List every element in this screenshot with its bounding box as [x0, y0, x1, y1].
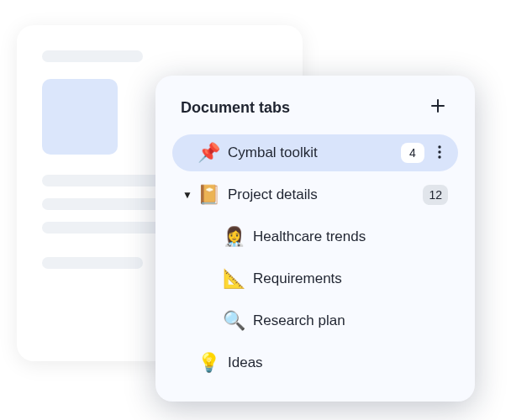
tab-label: Ideas	[228, 354, 448, 371]
tab-research-plan[interactable]: 🔍 Research plan	[172, 302, 458, 339]
doc-text-line	[42, 257, 143, 269]
doc-text-line	[42, 222, 168, 234]
tab-label: Healthcare trends	[253, 228, 448, 245]
magnifier-icon: 🔍	[221, 310, 246, 332]
collapse-caret-icon[interactable]: ▼	[179, 189, 196, 201]
subtab-count-badge: 4	[401, 143, 424, 163]
svg-point-1	[438, 150, 440, 153]
tab-label: Requirements	[253, 270, 448, 287]
svg-point-2	[438, 155, 440, 158]
panel-title: Document tabs	[181, 99, 290, 117]
lightbulb-icon: 💡	[196, 352, 221, 374]
health-worker-icon: 👩‍⚕️	[221, 226, 246, 248]
tab-project-details[interactable]: ▼ 📔 Project details 12	[172, 176, 458, 213]
tab-healthcare-trends[interactable]: 👩‍⚕️ Healthcare trends	[172, 218, 458, 255]
tab-cymbal-toolkit[interactable]: 📌 Cymbal toolkit 4	[172, 134, 458, 171]
tab-label: Project details	[228, 186, 418, 203]
tab-label: Research plan	[253, 312, 448, 329]
tab-requirements[interactable]: 📐 Requirements	[172, 260, 458, 297]
panel-header: Document tabs	[172, 94, 458, 134]
pushpin-icon: 📌	[196, 142, 221, 164]
doc-text-line	[42, 175, 168, 186]
add-tab-button[interactable]	[426, 94, 450, 121]
tab-ideas[interactable]: 💡 Ideas	[172, 344, 458, 381]
more-vert-icon	[438, 145, 441, 159]
notebook-icon: 📔	[196, 184, 221, 206]
triangle-ruler-icon: 📐	[221, 268, 246, 290]
plus-icon	[429, 97, 446, 114]
doc-thumbnail	[42, 79, 118, 155]
svg-point-0	[438, 145, 440, 148]
doc-title-placeholder	[42, 50, 143, 62]
doc-text-line	[42, 198, 168, 210]
subtab-count-badge: 12	[423, 185, 448, 205]
tab-list: 📌 Cymbal toolkit 4 ▼ 📔 Project details 1…	[172, 134, 458, 381]
tab-menu-button[interactable]	[431, 144, 448, 161]
document-tabs-panel: Document tabs 📌 Cymbal toolkit 4 ▼ 📔 Pro…	[155, 76, 475, 402]
tab-label: Cymbal toolkit	[228, 144, 396, 161]
